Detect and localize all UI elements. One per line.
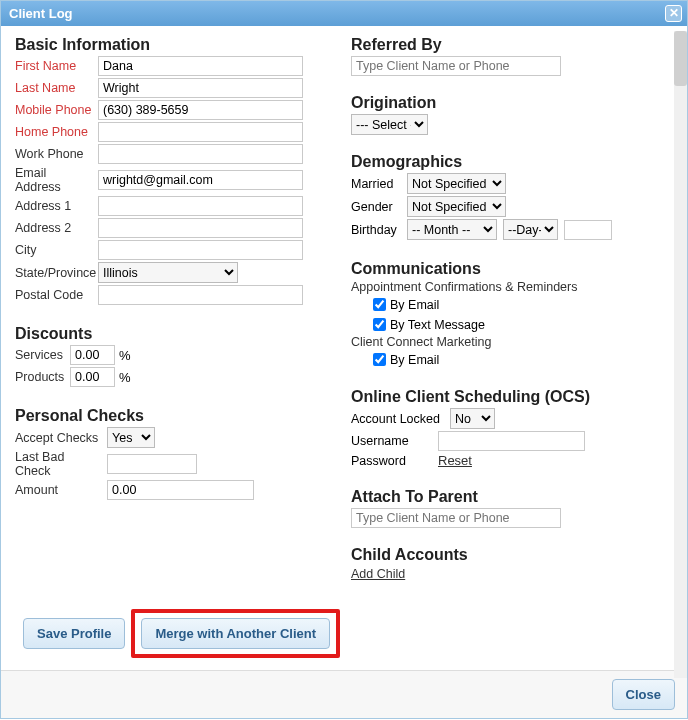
origination-header: Origination xyxy=(351,94,661,112)
marketing-email-label: By Email xyxy=(390,353,439,367)
discounts-header: Discounts xyxy=(15,325,339,343)
dialog-footer: Close xyxy=(1,670,687,718)
lastbad-label: Last Bad Check xyxy=(15,450,107,478)
confirm-text-checkbox[interactable] xyxy=(373,318,386,331)
home-phone-label: Home Phone xyxy=(15,125,98,139)
addr2-input[interactable] xyxy=(98,218,303,238)
gender-select[interactable]: Not Specified xyxy=(407,196,506,217)
mobile-input[interactable] xyxy=(98,100,303,120)
last-name-input[interactable] xyxy=(98,78,303,98)
work-phone-label: Work Phone xyxy=(15,147,98,161)
confirm-email-label: By Email xyxy=(390,298,439,312)
right-column: Referred By Origination --- Select --- D… xyxy=(351,30,661,658)
addr1-input[interactable] xyxy=(98,196,303,216)
postal-label: Postal Code xyxy=(15,288,98,302)
origination-select[interactable]: --- Select --- xyxy=(351,114,428,135)
reset-password-link[interactable]: Reset xyxy=(438,453,472,468)
married-label: Married xyxy=(351,177,407,191)
email-input[interactable] xyxy=(98,170,303,190)
birthday-label: Birthday xyxy=(351,223,407,237)
client-log-dialog: Client Log ✕ Basic Information First Nam… xyxy=(0,0,688,719)
close-icon[interactable]: ✕ xyxy=(665,5,682,22)
birthday-year-input[interactable] xyxy=(564,220,612,240)
products-input[interactable] xyxy=(70,367,115,387)
lastbad-input[interactable] xyxy=(107,454,197,474)
amount-input[interactable] xyxy=(107,480,254,500)
communications-header: Communications xyxy=(351,260,661,278)
products-label: Products xyxy=(15,370,70,384)
birthday-month-select[interactable]: -- Month -- xyxy=(407,219,497,240)
first-name-label: First Name xyxy=(15,59,98,73)
merge-client-button[interactable]: Merge with Another Client xyxy=(141,618,330,649)
accept-checks-select[interactable]: Yes xyxy=(107,427,155,448)
parent-input[interactable] xyxy=(351,508,561,528)
checks-header: Personal Checks xyxy=(15,407,339,425)
products-pct: % xyxy=(119,370,131,385)
footer-buttons: Save Profile Merge with Another Client xyxy=(23,609,340,658)
first-name-input[interactable] xyxy=(98,56,303,76)
username-label: Username xyxy=(351,434,438,448)
window-title: Client Log xyxy=(9,6,73,21)
addr2-label: Address 2 xyxy=(15,221,98,235)
services-input[interactable] xyxy=(70,345,115,365)
save-profile-button[interactable]: Save Profile xyxy=(23,618,125,649)
titlebar: Client Log ✕ xyxy=(1,1,687,26)
state-select[interactable]: Illinois xyxy=(98,262,238,283)
state-label: State/Province xyxy=(15,266,98,280)
addr1-label: Address 1 xyxy=(15,199,98,213)
locked-label: Account Locked xyxy=(351,412,450,426)
home-phone-input[interactable] xyxy=(98,122,303,142)
close-button[interactable]: Close xyxy=(612,679,675,710)
work-phone-input[interactable] xyxy=(98,144,303,164)
basic-info-header: Basic Information xyxy=(15,36,339,54)
dialog-body: Basic Information First Name Last Name M… xyxy=(1,26,687,670)
gender-label: Gender xyxy=(351,200,407,214)
confirm-reminders-label: Appointment Confirmations & Reminders xyxy=(351,280,661,294)
username-input[interactable] xyxy=(438,431,585,451)
last-name-label: Last Name xyxy=(15,81,98,95)
password-label: Password xyxy=(351,454,438,468)
child-header: Child Accounts xyxy=(351,546,661,564)
accept-checks-label: Accept Checks xyxy=(15,431,107,445)
merge-highlight: Merge with Another Client xyxy=(131,609,340,658)
confirm-email-checkbox[interactable] xyxy=(373,298,386,311)
parent-header: Attach To Parent xyxy=(351,488,661,506)
services-pct: % xyxy=(119,348,131,363)
city-label: City xyxy=(15,243,98,257)
birthday-day-select[interactable]: --Day-- xyxy=(503,219,558,240)
postal-input[interactable] xyxy=(98,285,303,305)
services-label: Services xyxy=(15,348,70,362)
amount-label: Amount xyxy=(15,483,107,497)
left-column: Basic Information First Name Last Name M… xyxy=(15,30,351,658)
confirm-text-label: By Text Message xyxy=(390,318,485,332)
married-select[interactable]: Not Specified xyxy=(407,173,506,194)
referred-header: Referred By xyxy=(351,36,661,54)
city-input[interactable] xyxy=(98,240,303,260)
mobile-label: Mobile Phone xyxy=(15,103,98,117)
vertical-scrollbar[interactable] xyxy=(674,31,687,678)
add-child-link[interactable]: Add Child xyxy=(351,567,405,581)
referred-input[interactable] xyxy=(351,56,561,76)
marketing-email-checkbox[interactable] xyxy=(373,353,386,366)
locked-select[interactable]: No xyxy=(450,408,495,429)
marketing-label: Client Connect Marketing xyxy=(351,335,661,349)
ocs-header: Online Client Scheduling (OCS) xyxy=(351,388,661,406)
email-label: Email Address xyxy=(15,166,98,194)
demographics-header: Demographics xyxy=(351,153,661,171)
